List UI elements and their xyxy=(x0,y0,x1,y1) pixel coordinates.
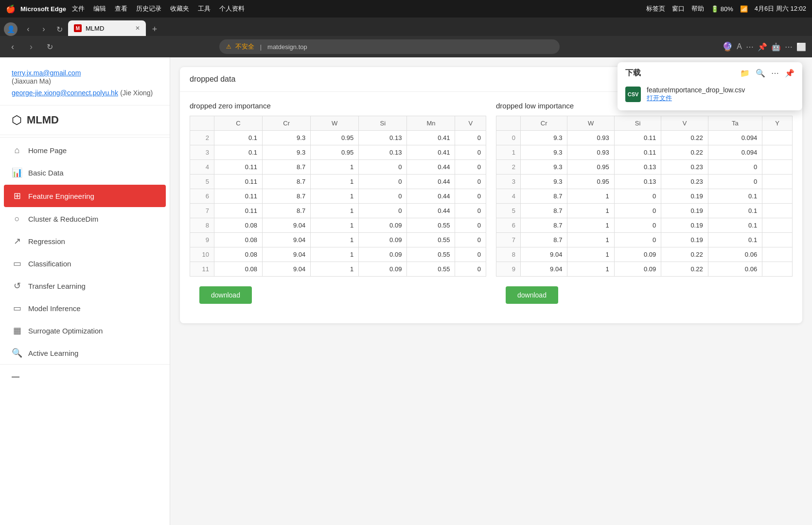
back-button[interactable]: ‹ xyxy=(21,22,35,36)
open-file-link[interactable]: 打开文件 xyxy=(647,94,745,103)
sidebar-item-regression[interactable]: ↗ Regression xyxy=(0,230,170,252)
user2-email[interactable]: george-jie.xiong@connect.polyu.hk xyxy=(12,89,118,97)
sidebar-item-basic-data[interactable]: 📊 Basic Data xyxy=(0,161,170,184)
sidebar-item-transfer-learning[interactable]: ↺ Transfer Learning xyxy=(0,275,170,297)
row-index: 11 xyxy=(190,262,214,277)
window-menu[interactable]: 窗口 xyxy=(672,4,685,13)
sidebar-item-active-learning[interactable]: 🔍 Active Learning xyxy=(0,342,170,364)
cell-value: 0 xyxy=(708,160,762,175)
col-header-cr: Cr xyxy=(263,116,311,131)
cell-value: 9.04 xyxy=(521,262,567,277)
menu-profile[interactable]: 个人资料 xyxy=(219,4,245,13)
help-menu[interactable]: 帮助 xyxy=(691,4,704,13)
col-header-idx-right xyxy=(496,116,521,131)
zero-importance-title: dropped zero importance xyxy=(190,102,486,110)
cell-value xyxy=(762,218,793,233)
cell-value: 8.7 xyxy=(263,160,311,175)
row-index: 5 xyxy=(496,204,521,218)
filename: featureImportance_drop_low.csv xyxy=(647,86,745,94)
cell-value: 9.04 xyxy=(263,262,311,277)
sidebar-item-cluster[interactable]: ○ Cluster & ReduceDim xyxy=(0,208,170,230)
pin-icon[interactable]: 📌 xyxy=(758,42,767,52)
more-icon[interactable]: ⋯ xyxy=(746,42,754,52)
cell-value: 0 xyxy=(614,233,661,247)
popup-pin-icon[interactable]: 📌 xyxy=(785,69,794,78)
user1-email[interactable]: terry.jx.ma@gmail.com xyxy=(12,69,158,77)
address-bar[interactable]: ⚠ 不安全 | matdesign.top xyxy=(219,39,560,54)
row-index: 7 xyxy=(190,204,214,218)
download-zero-button[interactable]: download xyxy=(199,286,252,304)
menu-file[interactable]: 文件 xyxy=(72,4,85,13)
new-tab-button[interactable]: + xyxy=(148,22,161,36)
menu-history[interactable]: 历史记录 xyxy=(136,4,161,13)
cell-value: 0.09 xyxy=(359,247,407,262)
cell-value: 9.04 xyxy=(263,218,311,233)
cell-value xyxy=(762,262,793,277)
cell-value: 0.55 xyxy=(407,262,455,277)
browser-tab-mlmd[interactable]: M MLMD ✕ xyxy=(68,20,146,36)
cell-value: 0.094 xyxy=(708,131,762,145)
sidebar-item-feature-engineering[interactable]: ⊞ Feature Engineering xyxy=(4,185,166,207)
logo-section: ⬡ MLMD xyxy=(0,105,170,135)
cell-value: 0.09 xyxy=(359,233,407,247)
menu-tools[interactable]: 工具 xyxy=(198,4,211,13)
cell-value: 1 xyxy=(311,204,359,218)
menu-view[interactable]: 查看 xyxy=(115,4,127,13)
download-low-button[interactable]: download xyxy=(506,286,558,304)
cell-value: 0.44 xyxy=(407,160,455,175)
low-importance-section: dropped low importance Cr W Si V Ta xyxy=(496,102,793,277)
cell-value: 8.7 xyxy=(263,204,311,218)
forward-nav-button[interactable]: › xyxy=(24,40,38,53)
sidebar-item-model-inference[interactable]: ▭ Model Inference xyxy=(0,297,170,319)
cell-value: 0.95 xyxy=(567,175,614,189)
download-popup: 下载 📁 🔍 ⋯ 📌 CSV featureImportance_drop_lo… xyxy=(618,62,802,110)
cell-value: 0 xyxy=(359,204,407,218)
menu-edit[interactable]: 编辑 xyxy=(93,4,106,13)
battery-status: 🔋 80% xyxy=(711,5,733,13)
refresh-nav-button[interactable]: ↻ xyxy=(43,40,56,53)
cell-value xyxy=(762,131,793,145)
popup-search-icon[interactable]: 🔍 xyxy=(756,69,765,78)
cell-value: 0.19 xyxy=(661,204,708,218)
cell-value: 0.13 xyxy=(359,131,407,145)
logo-text: MLMD xyxy=(27,114,59,126)
cell-value: 9.3 xyxy=(521,131,567,145)
sidebar-item-home[interactable]: ⌂ Home Page xyxy=(0,140,170,161)
col-header-c: C xyxy=(214,116,263,131)
popup-folder-icon[interactable]: 📁 xyxy=(740,69,750,78)
translate-icon[interactable]: A xyxy=(737,42,742,51)
cell-value: 0.41 xyxy=(407,145,455,160)
cell-value: 0 xyxy=(614,218,661,233)
refresh-button[interactable]: ↻ xyxy=(53,22,66,36)
col-header-y: Y xyxy=(762,116,793,131)
cell-value: 0.06 xyxy=(708,262,762,277)
popup-header: 下载 📁 🔍 ⋯ 📌 xyxy=(625,68,794,78)
table-row: 30.19.30.950.130.410 xyxy=(190,145,486,160)
sidebar-panel-icon[interactable]: 🤖 xyxy=(771,42,781,52)
sidebar-item-classification[interactable]: ▭ Classification xyxy=(0,252,170,275)
sidebar-item-surrogate[interactable]: ▦ Surrogate Optimization xyxy=(0,319,170,342)
cell-value: 0.11 xyxy=(614,145,661,160)
split-view-icon[interactable]: ⬜ xyxy=(796,42,806,52)
address-text: matdesign.top xyxy=(267,43,307,51)
cluster-icon: ○ xyxy=(12,214,22,224)
profile-button[interactable]: 👤 xyxy=(4,22,18,36)
col-header-ta: Ta xyxy=(708,116,762,131)
popup-more-icon[interactable]: ⋯ xyxy=(771,69,779,78)
menu-bookmarks[interactable]: 收藏夹 xyxy=(170,4,189,13)
col-header-si-r: Si xyxy=(614,116,661,131)
app-name: Microsoft Edge xyxy=(20,5,66,13)
cell-value: 0.08 xyxy=(214,218,263,233)
cell-value: 0 xyxy=(455,233,486,247)
cell-value: 8.7 xyxy=(263,189,311,204)
back-nav-button[interactable]: ‹ xyxy=(6,40,19,53)
security-icon: ⚠ xyxy=(226,43,231,50)
collections-icon[interactable]: 🔮 xyxy=(722,41,733,52)
tab-menu[interactable]: 标签页 xyxy=(646,4,665,13)
tab-close-icon[interactable]: ✕ xyxy=(135,25,140,32)
toolbar-more-icon[interactable]: ⋯ xyxy=(785,42,793,52)
cell-value: 0.1 xyxy=(214,145,263,160)
sidebar-label-feature-engineering: Feature Engineering xyxy=(28,192,94,200)
forward-button[interactable]: › xyxy=(37,22,51,36)
sidebar-label-cluster: Cluster & ReduceDim xyxy=(28,215,98,223)
